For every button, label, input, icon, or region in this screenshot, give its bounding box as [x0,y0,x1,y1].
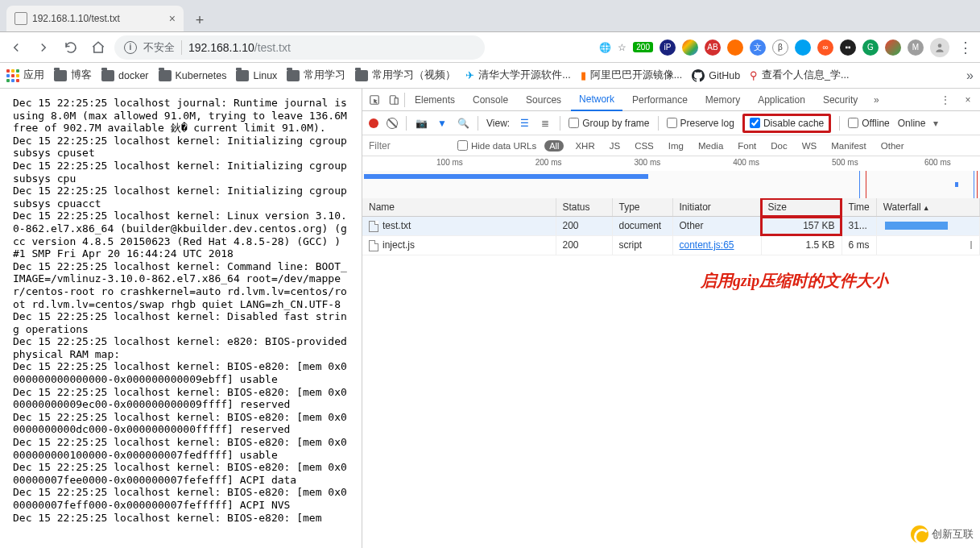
extension-icon[interactable]: iP [660,39,676,56]
filter-type[interactable]: Media [695,140,726,152]
translate-icon[interactable]: 🌐 [599,42,611,53]
col-status[interactable]: Status [556,198,612,217]
col-waterfall[interactable]: Waterfall▲ [876,198,979,217]
group-by-frame-checkbox[interactable]: Group by frame [569,118,649,129]
address-bar[interactable]: i 不安全 192.168.1.10/test.txt [114,35,485,60]
timeline-line [977,171,978,198]
offline-checkbox[interactable]: Offline [848,118,889,129]
waterfall-icon[interactable]: ≣ [539,117,552,130]
col-initiator[interactable]: Initiator [672,198,761,217]
request-row[interactable]: inject.js 200 script content.js:65 1.5 K… [362,235,980,255]
bookmark-folder[interactable]: Kubernetes [159,70,227,81]
tab-sources[interactable]: Sources [518,89,569,110]
extension-icon[interactable]: M [908,39,924,56]
apps-button[interactable]: 应用 [6,68,44,82]
record-icon[interactable] [369,118,378,128]
initiator-link[interactable]: content.js:65 [680,239,734,251]
extension-icon[interactable]: G [862,39,879,56]
col-time[interactable]: Time [841,198,876,217]
filter-type[interactable]: Other [878,140,908,152]
bookmark-folder[interactable]: Linux [236,70,277,81]
apps-label: 应用 [23,68,44,82]
close-icon[interactable]: × [959,94,977,106]
camera-icon[interactable]: 📷 [415,117,428,130]
browser-tab[interactable]: 192.168.1.10/test.txt × [6,6,184,31]
filter-type[interactable]: JS [606,140,623,152]
filter-type[interactable]: Manifest [828,140,869,152]
extension-icon[interactable] [795,39,811,56]
device-toggle-icon[interactable] [385,94,403,106]
network-timeline[interactable]: 100 ms 200 ms 300 ms 400 ms 500 ms 600 m… [362,156,980,198]
timeline-load-line [866,171,866,198]
disable-cache-checkbox[interactable]: Disable cache [742,114,831,133]
forward-button[interactable] [32,36,55,59]
filter-input[interactable] [369,140,449,152]
col-name[interactable]: Name [362,198,556,217]
tab-network[interactable]: Network [571,89,622,111]
close-icon[interactable]: × [169,12,176,25]
filter-type[interactable]: WS [799,140,821,152]
hide-data-urls-checkbox[interactable]: Hide data URLs [457,140,536,151]
filter-type[interactable]: Img [665,140,687,152]
tab-elements[interactable]: Elements [407,89,463,110]
clear-icon[interactable] [387,118,398,129]
adblock-icon[interactable]: AB [705,39,721,56]
menu-icon[interactable]: ⋮ [956,39,975,56]
col-size[interactable]: Size [761,198,841,217]
back-button[interactable] [5,36,27,59]
filter-icon[interactable]: ▼ [436,117,449,130]
reload-button[interactable] [60,36,82,59]
site-icon: ⚲ [750,69,758,81]
preserve-log-checkbox[interactable]: Preserve log [667,118,734,129]
extension-icon[interactable]: ∞ [817,39,833,56]
extension-icon[interactable] [885,39,901,56]
extension-icon[interactable]: β [772,39,788,56]
bookmark-folder[interactable]: 博客 [54,68,92,82]
throttling-select[interactable]: Online [898,118,926,129]
col-type[interactable]: Type [612,198,672,217]
home-button[interactable] [87,36,110,59]
extension-icon[interactable]: 文 [750,39,766,56]
folder-icon [287,70,300,81]
tab-memory[interactable]: Memory [697,89,748,110]
filter-type[interactable]: Doc [767,140,790,152]
network-toolbar: 📷 ▼ 🔍 View: ☰ ≣ Group by frame Preserve … [362,111,980,135]
inspect-icon[interactable] [366,94,383,106]
bookmark-item[interactable]: ✈清华大学开源软件... [465,68,570,82]
extension-icon[interactable] [727,39,743,56]
large-rows-icon[interactable]: ☰ [518,117,531,130]
filter-type[interactable]: XHR [572,140,598,152]
more-tabs-icon[interactable]: » [867,94,885,106]
chevron-down-icon[interactable]: ▾ [933,118,938,129]
bookmark-folder[interactable]: docker [101,70,149,81]
search-icon[interactable]: 🔍 [457,117,469,130]
site-info-icon[interactable]: i [124,41,137,54]
filter-type-all[interactable]: All [544,140,564,152]
request-row[interactable]: test.txt 200 document Other 157 KB 31... [362,217,980,236]
tab-application[interactable]: Application [750,89,813,110]
tab-performance[interactable]: Performance [624,89,696,110]
http-status-badge: 200 [633,42,653,52]
timeline-domcontent-line [859,171,860,198]
bookmark-item[interactable]: GitHub [692,69,740,82]
bookmark-folder[interactable]: 常用学习 [287,68,345,82]
separator [181,40,182,55]
bookmarks-overflow-icon[interactable]: » [966,68,974,83]
tab-security[interactable]: Security [815,89,866,110]
extension-icon[interactable]: ▪▪ [840,39,856,56]
bookmark-folder[interactable]: 常用学习（视频） [355,68,456,82]
tab-console[interactable]: Console [465,89,516,110]
watermark-text: 创新互联 [932,527,974,542]
svg-point-0 [938,44,942,48]
star-icon[interactable]: ☆ [618,42,626,53]
bookmark-item[interactable]: ▮阿里巴巴开源镜像... [581,68,682,82]
profile-avatar[interactable] [930,38,949,57]
bookmark-item[interactable]: ⚲查看个人信息_学... [750,68,849,82]
new-tab-button[interactable]: + [188,9,211,31]
filter-type[interactable]: CSS [631,140,657,152]
filter-type[interactable]: Font [734,140,759,152]
extension-icon[interactable] [682,39,698,56]
size-cell-highlighted: 157 KB [761,217,841,236]
settings-icon[interactable]: ⋮ [937,94,954,106]
page-content[interactable]: Dec 15 22:25:25 localhost journal: Runti… [0,89,362,548]
